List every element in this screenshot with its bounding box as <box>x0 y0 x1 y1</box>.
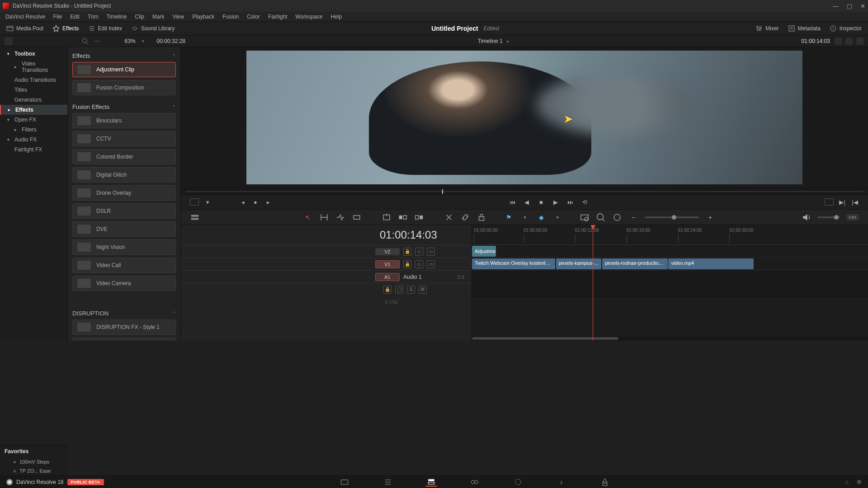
track-a1[interactable] <box>472 270 868 299</box>
zoom-dropdown-icon[interactable]: ▾ <box>142 39 144 43</box>
sidebar-item-effects[interactable]: ▸Effects <box>0 105 67 115</box>
bypass-grades-icon[interactable] <box>835 38 842 45</box>
search-icon[interactable] <box>81 38 89 45</box>
volume-icon[interactable] <box>801 212 811 222</box>
marker-dropdown-icon[interactable]: ▾ <box>552 212 562 222</box>
menu-playback[interactable]: Playback <box>192 14 214 20</box>
page-cut-icon[interactable] <box>382 478 394 487</box>
page-color-icon[interactable] <box>512 478 524 487</box>
zoom-in-icon[interactable]: + <box>705 212 715 222</box>
edit-index-toggle[interactable]: Edit Index <box>88 25 122 32</box>
favorite-item-100mv[interactable]: ★100mV Steps <box>0 457 68 466</box>
clip-kampus[interactable]: pexels-kampus-production-834891... <box>556 258 602 269</box>
disable-video-icon[interactable]: ▭ <box>427 248 435 256</box>
menu-workspace[interactable]: Workspace <box>296 14 323 20</box>
sidebar-item-generators[interactable]: Generators <box>0 95 67 105</box>
selection-tool-icon[interactable]: ↖ <box>303 212 313 222</box>
marker-blue-icon[interactable]: ◆ <box>536 212 546 222</box>
timeline-scrollbar[interactable] <box>472 336 868 341</box>
disable-video-icon[interactable]: ▭ <box>427 260 435 268</box>
bin-view-toggle[interactable] <box>5 37 13 45</box>
timeline-playhead[interactable] <box>593 225 593 341</box>
toolbox-header[interactable]: ▾Toolbox <box>0 49 67 59</box>
full-extent-icon[interactable] <box>825 198 834 206</box>
stop-icon[interactable]: ■ <box>537 198 545 206</box>
loop-icon[interactable]: ⟲ <box>580 198 589 206</box>
flag-icon[interactable]: ⚑ <box>504 212 514 222</box>
play-icon[interactable]: ▶ <box>552 198 560 206</box>
blade-edit-icon[interactable] <box>444 212 454 222</box>
viewer-options-icon[interactable] <box>856 38 863 45</box>
collapse-icon[interactable]: ⌃ <box>172 104 176 109</box>
auto-select-icon[interactable]: ◇ <box>415 260 423 268</box>
custom-zoom-icon[interactable] <box>612 212 622 222</box>
fx-item-disruption-10[interactable]: DISRUPTION FX - Style 10 <box>72 338 176 341</box>
menu-resolve[interactable]: DaVinci Resolve <box>5 14 45 20</box>
last-frame-icon[interactable]: ⏭ <box>566 198 574 206</box>
arm-record-icon[interactable]: ◯ <box>395 286 403 294</box>
options-icon[interactable]: ⋯ <box>95 38 100 44</box>
clip-rodnae[interactable]: pexels-rodnae-productions-8230629.mp4 <box>602 258 668 269</box>
fx-item-cctv[interactable]: CCTV <box>72 131 176 146</box>
menu-timeline[interactable]: Timeline <box>106 14 127 20</box>
timeline-dropdown-icon[interactable]: ▾ <box>507 39 509 44</box>
fx-item-dslr[interactable]: DSLR <box>72 203 176 219</box>
dropdown-icon[interactable]: ▾ <box>203 198 212 206</box>
zoom-to-fit-icon[interactable] <box>580 212 590 222</box>
menu-color[interactable]: Color <box>247 14 260 20</box>
window-minimize[interactable]: — <box>833 3 839 9</box>
fx-item-video-call[interactable]: Video Call <box>72 258 176 273</box>
timeline-tracks[interactable]: 01:00:00:00 01:00:06:00 01:00:12:00 01:0… <box>472 225 868 341</box>
menu-view[interactable]: View <box>173 14 184 20</box>
detail-zoom-icon[interactable] <box>596 212 606 222</box>
track-header-v2[interactable]: V2 🔒 ◇ ▭ <box>181 245 472 258</box>
menu-file[interactable]: File <box>53 14 62 20</box>
zoom-out-icon[interactable]: − <box>628 212 638 222</box>
clip-twitch[interactable]: Twitch Webcam Overlay kostenlos herunter… <box>472 258 555 269</box>
menu-edit[interactable]: Edit <box>70 14 80 20</box>
metadata-toggle[interactable]: Metadata <box>788 25 821 32</box>
menu-fairlight[interactable]: Fairlight <box>268 14 288 20</box>
sound-library-toggle[interactable]: Sound Library <box>131 25 175 32</box>
match-frame-icon[interactable] <box>190 198 199 206</box>
sidebar-item-titles[interactable]: Titles <box>0 85 67 95</box>
lock-icon[interactable] <box>476 212 486 222</box>
play-reverse-icon[interactable]: ◀ <box>523 198 531 206</box>
mixer-toggle[interactable]: Mixer <box>755 25 778 32</box>
page-fusion-icon[interactable] <box>469 478 481 487</box>
lock-icon[interactable]: 🔒 <box>383 286 392 294</box>
single-viewer-icon[interactable] <box>845 38 853 45</box>
sidebar-item-fairlightfx[interactable]: Fairlight FX <box>0 145 67 155</box>
prev-edit-icon[interactable]: ◂ <box>239 198 247 206</box>
clip-video[interactable]: video.mp4 <box>668 258 753 269</box>
window-close[interactable]: ✕ <box>860 3 865 9</box>
prev-clip-icon[interactable]: |◀ <box>851 198 859 206</box>
overwrite-clip-icon[interactable] <box>398 212 408 222</box>
flag-dropdown-icon[interactable]: ▾ <box>520 212 530 222</box>
track-header-a1[interactable]: A1 Audio 1 2.0 <box>181 270 472 283</box>
viewer-scrubber[interactable] <box>181 188 868 194</box>
fx-item-video-camera[interactable]: Video Camera <box>72 276 176 291</box>
fx-item-drone-overlay[interactable]: Drone Overlay <box>72 185 176 201</box>
fx-item-night-vision[interactable]: Night Vision <box>72 239 176 255</box>
track-v1[interactable]: Twitch Webcam Overlay kostenlos herunter… <box>472 258 868 270</box>
replace-clip-icon[interactable] <box>414 212 424 222</box>
page-edit-icon[interactable] <box>425 478 437 487</box>
menu-trim[interactable]: Trim <box>88 14 99 20</box>
effects-toggle[interactable]: Effects <box>52 25 79 32</box>
clip-adjustment[interactable]: Adjustme...✦ <box>472 246 496 257</box>
fx-item-disruption-1[interactable]: DISRUPTION FX - Style 1 <box>72 319 176 335</box>
sidebar-item-openfx[interactable]: ▾Open FX <box>0 115 67 125</box>
auto-select-icon[interactable]: ◇ <box>415 248 423 256</box>
media-pool-toggle[interactable]: Media Pool <box>6 25 43 32</box>
fx-item-digital-glitch[interactable]: Digital Glitch <box>72 167 176 183</box>
collapse-icon[interactable]: ⌃ <box>172 311 176 316</box>
menu-fusion[interactable]: Fusion <box>222 14 239 20</box>
fx-item-dve[interactable]: DVE <box>72 221 176 237</box>
sidebar-item-filters[interactable]: ▸Filters <box>0 125 67 135</box>
sidebar-item-audiofx[interactable]: ▾Audio FX <box>0 135 67 145</box>
page-deliver-icon[interactable] <box>599 478 611 487</box>
sidebar-item-audio-transitions[interactable]: Audio Transitions <box>0 75 67 85</box>
dim-badge[interactable]: DIM <box>846 214 859 221</box>
volume-slider[interactable] <box>817 216 840 218</box>
